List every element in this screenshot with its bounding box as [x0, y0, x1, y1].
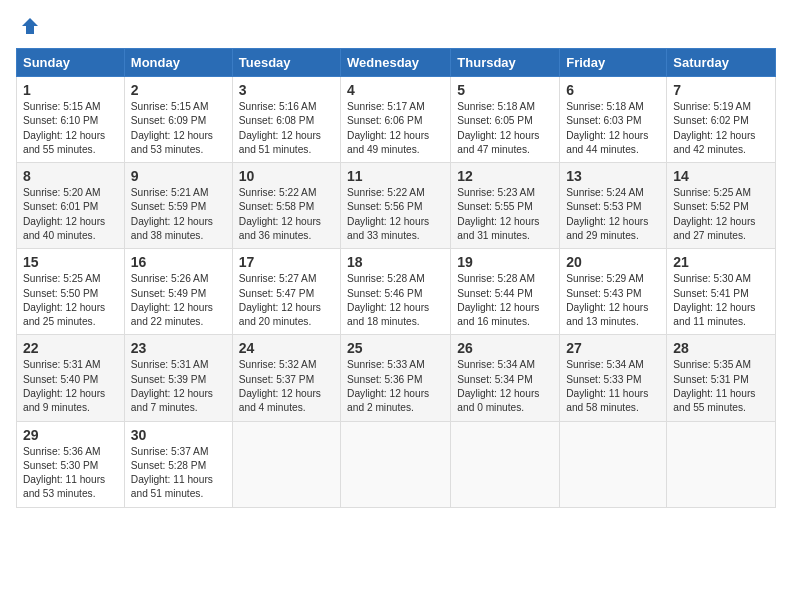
day-info: Sunrise: 5:34 AM Sunset: 5:33 PM Dayligh…: [566, 358, 660, 415]
day-number: 24: [239, 340, 334, 356]
day-info: Sunrise: 5:19 AM Sunset: 6:02 PM Dayligh…: [673, 100, 769, 157]
day-number: 12: [457, 168, 553, 184]
calendar-day-cell: 23Sunrise: 5:31 AM Sunset: 5:39 PM Dayli…: [124, 335, 232, 421]
calendar-header-friday: Friday: [560, 49, 667, 77]
day-info: Sunrise: 5:15 AM Sunset: 6:09 PM Dayligh…: [131, 100, 226, 157]
calendar-day-cell: 21Sunrise: 5:30 AM Sunset: 5:41 PM Dayli…: [667, 249, 776, 335]
calendar-day-cell: 5Sunrise: 5:18 AM Sunset: 6:05 PM Daylig…: [451, 77, 560, 163]
day-number: 4: [347, 82, 444, 98]
day-number: 19: [457, 254, 553, 270]
day-number: 13: [566, 168, 660, 184]
calendar-header-tuesday: Tuesday: [232, 49, 340, 77]
calendar-day-cell: 22Sunrise: 5:31 AM Sunset: 5:40 PM Dayli…: [17, 335, 125, 421]
day-number: 16: [131, 254, 226, 270]
day-number: 17: [239, 254, 334, 270]
day-number: 20: [566, 254, 660, 270]
calendar-empty-cell: [341, 421, 451, 507]
calendar-day-cell: 14Sunrise: 5:25 AM Sunset: 5:52 PM Dayli…: [667, 163, 776, 249]
calendar-empty-cell: [560, 421, 667, 507]
day-info: Sunrise: 5:28 AM Sunset: 5:46 PM Dayligh…: [347, 272, 444, 329]
day-info: Sunrise: 5:22 AM Sunset: 5:58 PM Dayligh…: [239, 186, 334, 243]
day-number: 26: [457, 340, 553, 356]
day-info: Sunrise: 5:22 AM Sunset: 5:56 PM Dayligh…: [347, 186, 444, 243]
day-number: 1: [23, 82, 118, 98]
calendar-day-cell: 2Sunrise: 5:15 AM Sunset: 6:09 PM Daylig…: [124, 77, 232, 163]
calendar-day-cell: 6Sunrise: 5:18 AM Sunset: 6:03 PM Daylig…: [560, 77, 667, 163]
calendar-day-cell: 9Sunrise: 5:21 AM Sunset: 5:59 PM Daylig…: [124, 163, 232, 249]
calendar-week-row: 1Sunrise: 5:15 AM Sunset: 6:10 PM Daylig…: [17, 77, 776, 163]
day-info: Sunrise: 5:21 AM Sunset: 5:59 PM Dayligh…: [131, 186, 226, 243]
day-number: 28: [673, 340, 769, 356]
calendar-day-cell: 20Sunrise: 5:29 AM Sunset: 5:43 PM Dayli…: [560, 249, 667, 335]
day-number: 22: [23, 340, 118, 356]
day-info: Sunrise: 5:29 AM Sunset: 5:43 PM Dayligh…: [566, 272, 660, 329]
day-number: 8: [23, 168, 118, 184]
calendar-day-cell: 30Sunrise: 5:37 AM Sunset: 5:28 PM Dayli…: [124, 421, 232, 507]
calendar-day-cell: 15Sunrise: 5:25 AM Sunset: 5:50 PM Dayli…: [17, 249, 125, 335]
calendar-day-cell: 18Sunrise: 5:28 AM Sunset: 5:46 PM Dayli…: [341, 249, 451, 335]
calendar-day-cell: 28Sunrise: 5:35 AM Sunset: 5:31 PM Dayli…: [667, 335, 776, 421]
day-info: Sunrise: 5:17 AM Sunset: 6:06 PM Dayligh…: [347, 100, 444, 157]
day-info: Sunrise: 5:28 AM Sunset: 5:44 PM Dayligh…: [457, 272, 553, 329]
calendar-header-sunday: Sunday: [17, 49, 125, 77]
day-info: Sunrise: 5:23 AM Sunset: 5:55 PM Dayligh…: [457, 186, 553, 243]
day-number: 15: [23, 254, 118, 270]
day-number: 10: [239, 168, 334, 184]
day-info: Sunrise: 5:30 AM Sunset: 5:41 PM Dayligh…: [673, 272, 769, 329]
calendar-day-cell: 10Sunrise: 5:22 AM Sunset: 5:58 PM Dayli…: [232, 163, 340, 249]
day-number: 7: [673, 82, 769, 98]
page-header: [16, 16, 776, 36]
calendar-day-cell: 25Sunrise: 5:33 AM Sunset: 5:36 PM Dayli…: [341, 335, 451, 421]
day-number: 6: [566, 82, 660, 98]
calendar-day-cell: 16Sunrise: 5:26 AM Sunset: 5:49 PM Dayli…: [124, 249, 232, 335]
calendar-week-row: 22Sunrise: 5:31 AM Sunset: 5:40 PM Dayli…: [17, 335, 776, 421]
day-number: 2: [131, 82, 226, 98]
day-number: 27: [566, 340, 660, 356]
calendar-header-thursday: Thursday: [451, 49, 560, 77]
logo-icon: [20, 16, 40, 36]
day-info: Sunrise: 5:33 AM Sunset: 5:36 PM Dayligh…: [347, 358, 444, 415]
calendar-header-row: SundayMondayTuesdayWednesdayThursdayFrid…: [17, 49, 776, 77]
day-info: Sunrise: 5:26 AM Sunset: 5:49 PM Dayligh…: [131, 272, 226, 329]
day-number: 29: [23, 427, 118, 443]
day-number: 30: [131, 427, 226, 443]
day-info: Sunrise: 5:18 AM Sunset: 6:05 PM Dayligh…: [457, 100, 553, 157]
day-number: 18: [347, 254, 444, 270]
day-info: Sunrise: 5:36 AM Sunset: 5:30 PM Dayligh…: [23, 445, 118, 502]
calendar-day-cell: 29Sunrise: 5:36 AM Sunset: 5:30 PM Dayli…: [17, 421, 125, 507]
calendar-header-saturday: Saturday: [667, 49, 776, 77]
day-number: 5: [457, 82, 553, 98]
day-info: Sunrise: 5:15 AM Sunset: 6:10 PM Dayligh…: [23, 100, 118, 157]
calendar-day-cell: 8Sunrise: 5:20 AM Sunset: 6:01 PM Daylig…: [17, 163, 125, 249]
day-number: 21: [673, 254, 769, 270]
calendar-empty-cell: [232, 421, 340, 507]
day-info: Sunrise: 5:20 AM Sunset: 6:01 PM Dayligh…: [23, 186, 118, 243]
calendar-header-monday: Monday: [124, 49, 232, 77]
day-number: 3: [239, 82, 334, 98]
calendar-day-cell: 7Sunrise: 5:19 AM Sunset: 6:02 PM Daylig…: [667, 77, 776, 163]
calendar-day-cell: 12Sunrise: 5:23 AM Sunset: 5:55 PM Dayli…: [451, 163, 560, 249]
day-number: 25: [347, 340, 444, 356]
day-info: Sunrise: 5:25 AM Sunset: 5:52 PM Dayligh…: [673, 186, 769, 243]
calendar-empty-cell: [451, 421, 560, 507]
day-number: 9: [131, 168, 226, 184]
day-info: Sunrise: 5:37 AM Sunset: 5:28 PM Dayligh…: [131, 445, 226, 502]
day-info: Sunrise: 5:24 AM Sunset: 5:53 PM Dayligh…: [566, 186, 660, 243]
calendar-day-cell: 3Sunrise: 5:16 AM Sunset: 6:08 PM Daylig…: [232, 77, 340, 163]
calendar-day-cell: 1Sunrise: 5:15 AM Sunset: 6:10 PM Daylig…: [17, 77, 125, 163]
day-info: Sunrise: 5:32 AM Sunset: 5:37 PM Dayligh…: [239, 358, 334, 415]
calendar-day-cell: 26Sunrise: 5:34 AM Sunset: 5:34 PM Dayli…: [451, 335, 560, 421]
calendar-day-cell: 27Sunrise: 5:34 AM Sunset: 5:33 PM Dayli…: [560, 335, 667, 421]
calendar-table: SundayMondayTuesdayWednesdayThursdayFrid…: [16, 48, 776, 508]
calendar-day-cell: 4Sunrise: 5:17 AM Sunset: 6:06 PM Daylig…: [341, 77, 451, 163]
day-info: Sunrise: 5:16 AM Sunset: 6:08 PM Dayligh…: [239, 100, 334, 157]
logo: [16, 16, 40, 36]
day-number: 14: [673, 168, 769, 184]
day-info: Sunrise: 5:31 AM Sunset: 5:39 PM Dayligh…: [131, 358, 226, 415]
day-number: 11: [347, 168, 444, 184]
day-info: Sunrise: 5:27 AM Sunset: 5:47 PM Dayligh…: [239, 272, 334, 329]
calendar-day-cell: 24Sunrise: 5:32 AM Sunset: 5:37 PM Dayli…: [232, 335, 340, 421]
calendar-week-row: 8Sunrise: 5:20 AM Sunset: 6:01 PM Daylig…: [17, 163, 776, 249]
day-info: Sunrise: 5:25 AM Sunset: 5:50 PM Dayligh…: [23, 272, 118, 329]
day-info: Sunrise: 5:18 AM Sunset: 6:03 PM Dayligh…: [566, 100, 660, 157]
